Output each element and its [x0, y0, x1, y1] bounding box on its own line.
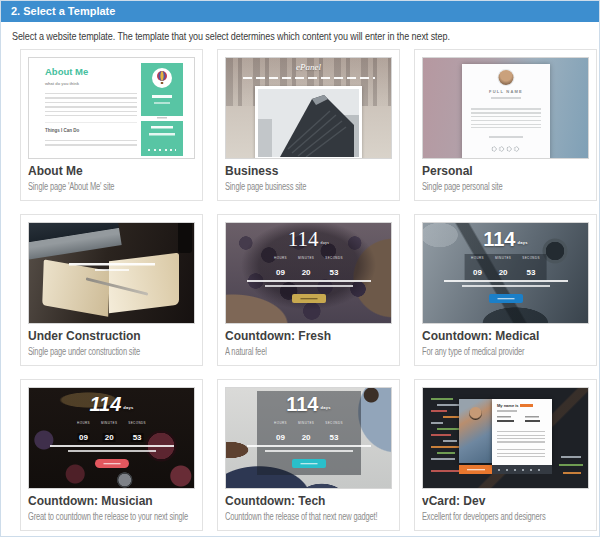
- social-icons: [491, 146, 521, 152]
- unit-label: hours: [274, 256, 287, 260]
- countdown-seconds: seconds53: [128, 421, 146, 444]
- days-label: days: [320, 405, 330, 410]
- placeholder-text-lines: [45, 90, 137, 117]
- days-label: days: [321, 240, 330, 245]
- template-card-countdown-tech[interactable]: 114days hours09 minutes20 seconds53 Coun…: [217, 379, 400, 531]
- template-title: Under Construction: [28, 330, 195, 343]
- countdown-seconds: seconds53: [325, 256, 343, 279]
- placeholder-nav: [243, 77, 375, 79]
- template-title: About Me: [28, 165, 195, 178]
- placeholder-text: [247, 280, 371, 288]
- template-subtitle: Single page under construction site: [28, 346, 195, 358]
- template-card-personal[interactable]: FULL NAME Personal Single page personal …: [414, 49, 597, 201]
- skyscraper-photo: [255, 86, 362, 159]
- template-subtitle-text: Single page business site: [225, 181, 306, 193]
- template-title: Countdown: Musician: [28, 495, 195, 508]
- profile-card: FULL NAME: [462, 64, 550, 159]
- template-title: Countdown: Medical: [422, 330, 589, 343]
- name-accent-bar: [520, 404, 533, 408]
- placeholder-link: [141, 117, 183, 119]
- template-card-countdown-medical[interactable]: 114days hours09 minutes20 seconds53 Coun…: [414, 214, 597, 366]
- template-card-under-construction[interactable]: Under Construction Single page under con…: [20, 214, 203, 366]
- panel-header: 2. Select a Template: [1, 1, 599, 22]
- placeholder-columns: [497, 416, 545, 424]
- template-card-vcard-dev[interactable]: My name is vCard: Dev Excellent for deve…: [414, 379, 597, 531]
- countdown-hours: hours09: [77, 421, 90, 444]
- hot-air-balloon-icon: [156, 71, 168, 85]
- card-caption: Countdown: Medical For any type of medic…: [422, 324, 589, 358]
- laptop-graphic: [28, 222, 122, 261]
- template-subtitle-text: Excellent for developers and designers: [422, 511, 546, 523]
- template-subtitle: A natural feel: [225, 346, 392, 358]
- template-card-about-me[interactable]: About Me what do you think Things I Can …: [20, 49, 203, 201]
- days-value: 114: [483, 228, 515, 250]
- card-caption: Under Construction Single page under con…: [28, 324, 195, 358]
- placeholder-text-lines: [45, 137, 137, 146]
- card-caption: Countdown: Musician Great to countdown t…: [28, 489, 195, 523]
- building-graphic: [258, 89, 359, 157]
- days-value: 114: [288, 227, 319, 251]
- placeholder-text-lines: [497, 429, 545, 443]
- card-caption: About Me Single page 'About Me' site: [28, 159, 195, 193]
- thumb-section-heading: Things I Can Do: [45, 128, 79, 133]
- countdown-minutes: minutes20: [298, 421, 314, 444]
- unit-label: minutes: [298, 256, 314, 260]
- unit-label: hours: [77, 421, 90, 425]
- notify-button-preview: [95, 459, 129, 468]
- template-thumbnail-countdown-musician: 114days hours09 minutes20 seconds53: [28, 387, 195, 489]
- template-subtitle-text: Single page 'About Me' site: [28, 181, 114, 193]
- template-subtitle-text: Single page under construction site: [28, 346, 140, 358]
- unit-value: 20: [499, 268, 508, 277]
- select-template-panel: 2. Select a Template Select a website te…: [0, 0, 600, 537]
- template-title: Countdown: Fresh: [225, 330, 392, 343]
- panel-description-text: Select a website template. The template …: [12, 30, 450, 43]
- countdown-hours: hours09: [274, 421, 287, 444]
- template-thumbnail-business: ePanel: [225, 57, 392, 159]
- unit-value: 53: [527, 268, 536, 277]
- countdown-units: hours09 minutes20 seconds53: [464, 254, 547, 281]
- days-value: 114: [286, 393, 318, 415]
- days-label: days: [123, 405, 133, 410]
- unit-label: minutes: [495, 256, 511, 260]
- template-subtitle: Excellent for developers and designers: [422, 511, 589, 523]
- unit-label: seconds: [522, 256, 540, 260]
- bottle-graphic: [178, 222, 192, 253]
- template-title: Business: [225, 165, 392, 178]
- template-grid: About Me what do you think Things I Can …: [20, 49, 599, 531]
- template-card-business[interactable]: ePanel Business Single page business sit…: [217, 49, 400, 201]
- countdown-hours: hours09: [471, 256, 484, 279]
- template-subtitle: Single page 'About Me' site: [28, 181, 195, 193]
- divider: [45, 122, 137, 123]
- template-subtitle: Single page business site: [225, 181, 392, 193]
- template-title: vCard: Dev: [422, 495, 589, 508]
- card-caption: Business Single page business site: [225, 159, 392, 193]
- unit-value: 09: [473, 268, 482, 277]
- countdown-seconds: seconds53: [522, 256, 540, 279]
- unit-value: 09: [276, 268, 285, 277]
- unit-label: hours: [274, 421, 287, 425]
- template-subtitle: For any type of medical provider: [422, 346, 589, 358]
- avatar: [499, 70, 514, 85]
- notebook-page-right: [109, 253, 179, 314]
- placeholder-text: [489, 136, 523, 138]
- card-caption: Countdown: Fresh A natural feel: [225, 324, 392, 358]
- countdown-days: 114days: [423, 229, 588, 249]
- placeholder-text: [247, 445, 371, 453]
- vcard-panel: My name is: [492, 399, 552, 465]
- countdown-days: 114days: [226, 394, 391, 414]
- sidebar-card: [141, 63, 183, 116]
- placeholder-text-lines: [471, 106, 541, 128]
- unit-label: seconds: [325, 421, 343, 425]
- template-thumbnail-personal: FULL NAME: [422, 57, 589, 159]
- template-title: Countdown: Tech: [225, 495, 392, 508]
- template-card-countdown-fresh[interactable]: 114days hours09 minutes20 seconds53 Coun…: [217, 214, 400, 366]
- template-subtitle-text: For any type of medical provider: [422, 346, 524, 358]
- template-thumbnail-under-construction: [28, 222, 195, 324]
- template-card-countdown-musician[interactable]: 114days hours09 minutes20 seconds53 Coun…: [20, 379, 203, 531]
- countdown-days: 114days: [29, 394, 194, 414]
- unit-label: seconds: [325, 256, 343, 260]
- thumb-tagline: what do you think: [45, 81, 79, 86]
- notify-button-preview: [292, 459, 326, 468]
- unit-value: 53: [131, 433, 144, 442]
- card-caption: Countdown: Tech Countdown the release of…: [225, 489, 392, 523]
